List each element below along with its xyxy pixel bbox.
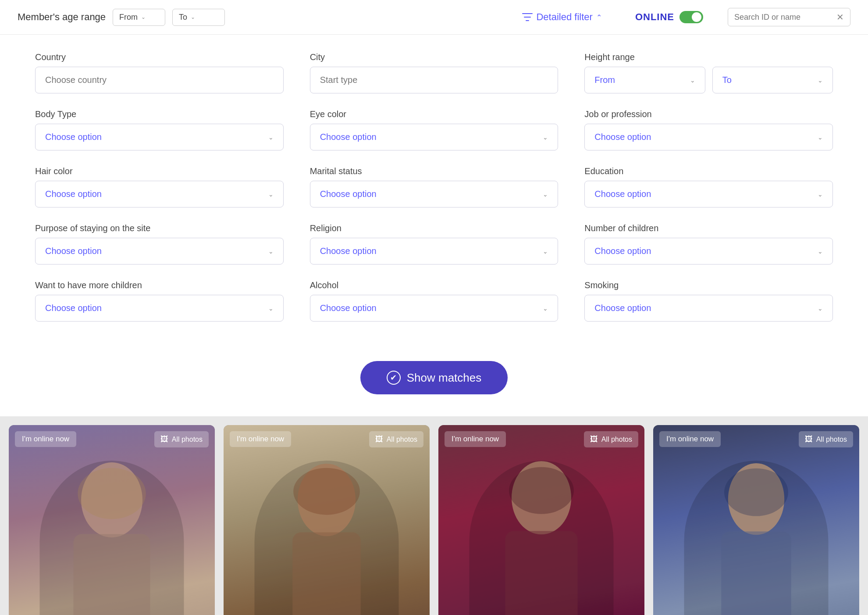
search-close-icon[interactable]: ✕ xyxy=(836,12,844,22)
filter-group-alcohol: Alcohol Choose option ⌄ xyxy=(310,280,559,322)
purpose-label: Purpose of staying on the site xyxy=(35,223,284,233)
profiles-grid: I'm online now 🖼 All photos I'm online n… xyxy=(9,425,859,615)
all-photos-label: All photos xyxy=(816,436,847,443)
all-photos-label: All photos xyxy=(601,436,632,443)
filter-group-more-children: Want to have more children Choose option… xyxy=(35,280,284,322)
age-to-select[interactable]: To ⌄ xyxy=(172,9,225,26)
education-select[interactable]: Choose option ⌄ xyxy=(584,181,833,207)
photos-icon: 🖼 xyxy=(590,435,598,444)
profile-card: I'm online now 🖼 All photos xyxy=(653,425,859,615)
height-label: Height range xyxy=(584,52,833,62)
height-selects: From ⌄ To ⌄ xyxy=(584,67,833,93)
height-from-label: From xyxy=(594,75,615,85)
filter-group-height: Height range From ⌄ To ⌄ xyxy=(584,52,833,93)
filter-group-education: Education Choose option ⌄ xyxy=(584,166,833,207)
education-chevron-icon: ⌄ xyxy=(818,191,823,198)
svg-rect-5 xyxy=(292,533,361,615)
more-children-select[interactable]: Choose option ⌄ xyxy=(35,295,284,322)
religion-chevron-icon: ⌄ xyxy=(543,248,548,255)
eye-color-label: Eye color xyxy=(310,109,559,119)
body-type-select[interactable]: Choose option ⌄ xyxy=(35,124,284,150)
top-bar: Member's age range From ⌄ To ⌄ Detailed … xyxy=(0,0,868,35)
filter-group-body-type: Body Type Choose option ⌄ xyxy=(35,109,284,150)
detailed-filter-label: Detailed filter xyxy=(536,11,592,23)
height-from-select[interactable]: From ⌄ xyxy=(584,67,705,93)
filter-panel: Country City Height range From ⌄ To ⌄ xyxy=(0,35,868,343)
height-from-chevron-icon: ⌄ xyxy=(690,77,695,84)
svg-point-1 xyxy=(78,468,146,519)
eye-color-select[interactable]: Choose option ⌄ xyxy=(310,124,559,150)
online-badge: I'm online now xyxy=(230,431,291,447)
age-to-chevron-icon: ⌄ xyxy=(191,14,195,20)
show-matches-label: Show matches xyxy=(407,371,482,385)
more-children-label: Want to have more children xyxy=(35,280,284,290)
hair-color-placeholder: Choose option xyxy=(45,189,102,199)
photos-icon: 🖼 xyxy=(805,435,813,444)
body-type-label: Body Type xyxy=(35,109,284,119)
online-badge: I'm online now xyxy=(445,431,506,447)
photos-icon: 🖼 xyxy=(375,435,383,444)
religion-select[interactable]: Choose option ⌄ xyxy=(310,238,559,265)
purpose-select[interactable]: Choose option ⌄ xyxy=(35,238,284,265)
city-input[interactable] xyxy=(310,67,559,93)
search-input[interactable] xyxy=(734,13,836,22)
height-to-select[interactable]: To ⌄ xyxy=(712,67,833,93)
job-placeholder: Choose option xyxy=(594,132,651,142)
online-toggle[interactable] xyxy=(679,11,703,23)
alcohol-label: Alcohol xyxy=(310,280,559,290)
marital-select[interactable]: Choose option ⌄ xyxy=(310,181,559,207)
smoking-placeholder: Choose option xyxy=(594,303,651,313)
body-type-chevron-icon: ⌄ xyxy=(268,134,274,141)
check-circle-icon: ✔ xyxy=(387,371,401,385)
job-label: Job or profession xyxy=(584,109,833,119)
age-to-label: To xyxy=(179,13,187,22)
children-label: Number of children xyxy=(584,223,833,233)
smoking-label: Smoking xyxy=(584,280,833,290)
card-top-bar: I'm online now 🖼 All photos xyxy=(9,425,215,454)
filter-group-job: Job or profession Choose option ⌄ xyxy=(584,109,833,150)
job-select[interactable]: Choose option ⌄ xyxy=(584,124,833,150)
card-top-bar: I'm online now 🖼 All photos xyxy=(438,425,644,454)
all-photos-label: All photos xyxy=(387,436,417,443)
body-type-placeholder: Choose option xyxy=(45,132,102,142)
eye-color-chevron-icon: ⌄ xyxy=(543,134,548,141)
smoking-select[interactable]: Choose option ⌄ xyxy=(584,295,833,322)
religion-label: Religion xyxy=(310,223,559,233)
svg-rect-8 xyxy=(505,531,577,615)
all-photos-button[interactable]: 🖼 All photos xyxy=(799,431,853,447)
filter-grid: Country City Height range From ⌄ To ⌄ xyxy=(35,52,833,322)
hair-color-chevron-icon: ⌄ xyxy=(268,191,274,198)
profile-card: I'm online now 🖼 All photos xyxy=(9,425,215,615)
country-input[interactable] xyxy=(35,67,284,93)
filter-group-religion: Religion Choose option ⌄ xyxy=(310,223,559,265)
children-chevron-icon: ⌄ xyxy=(818,248,823,255)
purpose-chevron-icon: ⌄ xyxy=(268,248,274,255)
show-matches-section: ✔ Show matches xyxy=(0,343,868,416)
filter-group-country: Country xyxy=(35,52,284,93)
all-photos-button[interactable]: 🖼 All photos xyxy=(369,431,423,447)
svg-point-7 xyxy=(509,467,574,514)
all-photos-button[interactable]: 🖼 All photos xyxy=(584,431,638,447)
photos-icon: 🖼 xyxy=(160,435,168,444)
search-box: ✕ xyxy=(728,8,850,26)
svg-point-10 xyxy=(724,468,788,516)
filter-group-hair-color: Hair color Choose option ⌄ xyxy=(35,166,284,207)
detailed-filter-button[interactable]: Detailed filter ⌃ xyxy=(522,11,601,23)
show-matches-button[interactable]: ✔ Show matches xyxy=(360,361,508,394)
all-photos-button[interactable]: 🖼 All photos xyxy=(154,431,209,447)
children-placeholder: Choose option xyxy=(594,246,651,256)
hair-color-select[interactable]: Choose option ⌄ xyxy=(35,181,284,207)
marital-chevron-icon: ⌄ xyxy=(543,191,548,198)
filter-group-eye-color: Eye color Choose option ⌄ xyxy=(310,109,559,150)
age-from-select[interactable]: From ⌄ xyxy=(113,9,165,26)
alcohol-select[interactable]: Choose option ⌄ xyxy=(310,295,559,322)
svg-point-6 xyxy=(512,461,571,534)
education-placeholder: Choose option xyxy=(594,189,651,199)
all-photos-label: All photos xyxy=(172,436,203,443)
city-label: City xyxy=(310,52,559,62)
profile-card: I'm online now 🖼 All photos xyxy=(438,425,644,615)
education-label: Education xyxy=(584,166,833,176)
children-select[interactable]: Choose option ⌄ xyxy=(584,238,833,265)
job-chevron-icon: ⌄ xyxy=(818,134,823,141)
filter-icon xyxy=(522,13,533,21)
